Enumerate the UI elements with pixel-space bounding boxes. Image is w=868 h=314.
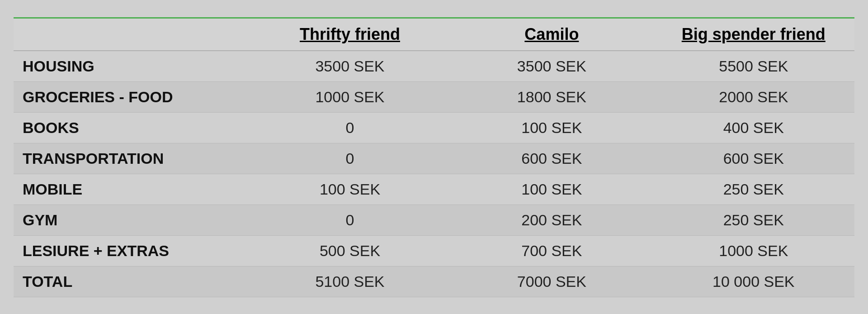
table-row: GYM0200 SEK250 SEK [14,205,854,235]
camilo-cell: 1800 SEK [451,81,652,112]
column-header-big-spender: Big spender friend [653,18,854,51]
camilo-cell: 200 SEK [451,205,652,235]
budget-comparison-table: Thrifty friend Camilo Big spender friend… [14,17,854,297]
camilo-cell: 100 SEK [451,174,652,205]
category-cell: BOOKS [14,112,249,143]
thrifty-cell: 0 [249,143,451,174]
big-spender-cell: 1000 SEK [653,235,854,266]
table-row: TRANSPORTATION0600 SEK600 SEK [14,143,854,174]
table-row: BOOKS0100 SEK400 SEK [14,112,854,143]
column-header-label [14,18,249,51]
thrifty-cell: 3500 SEK [249,51,451,82]
table-row: LESIURE + EXTRAS500 SEK700 SEK1000 SEK [14,235,854,266]
thrifty-cell: 5100 SEK [249,266,451,297]
big-spender-cell: 250 SEK [653,205,854,235]
table-row: MOBILE100 SEK100 SEK250 SEK [14,174,854,205]
camilo-cell: 3500 SEK [451,51,652,82]
category-cell: TOTAL [14,266,249,297]
category-cell: GROCERIES - FOOD [14,81,249,112]
thrifty-cell: 1000 SEK [249,81,451,112]
table-row: HOUSING3500 SEK3500 SEK5500 SEK [14,51,854,82]
camilo-cell: 7000 SEK [451,266,652,297]
category-cell: GYM [14,205,249,235]
category-cell: TRANSPORTATION [14,143,249,174]
big-spender-cell: 2000 SEK [653,81,854,112]
table-row: TOTAL5100 SEK7000 SEK10 000 SEK [14,266,854,297]
big-spender-cell: 10 000 SEK [653,266,854,297]
category-cell: HOUSING [14,51,249,82]
thrifty-cell: 0 [249,205,451,235]
camilo-cell: 600 SEK [451,143,652,174]
column-header-camilo: Camilo [451,18,652,51]
thrifty-cell: 0 [249,112,451,143]
category-cell: MOBILE [14,174,249,205]
big-spender-cell: 5500 SEK [653,51,854,82]
camilo-cell: 100 SEK [451,112,652,143]
table-row: GROCERIES - FOOD1000 SEK1800 SEK2000 SEK [14,81,854,112]
camilo-cell: 700 SEK [451,235,652,266]
category-cell: LESIURE + EXTRAS [14,235,249,266]
big-spender-cell: 250 SEK [653,174,854,205]
thrifty-cell: 500 SEK [249,235,451,266]
column-header-thrifty: Thrifty friend [249,18,451,51]
big-spender-cell: 400 SEK [653,112,854,143]
thrifty-cell: 100 SEK [249,174,451,205]
big-spender-cell: 600 SEK [653,143,854,174]
